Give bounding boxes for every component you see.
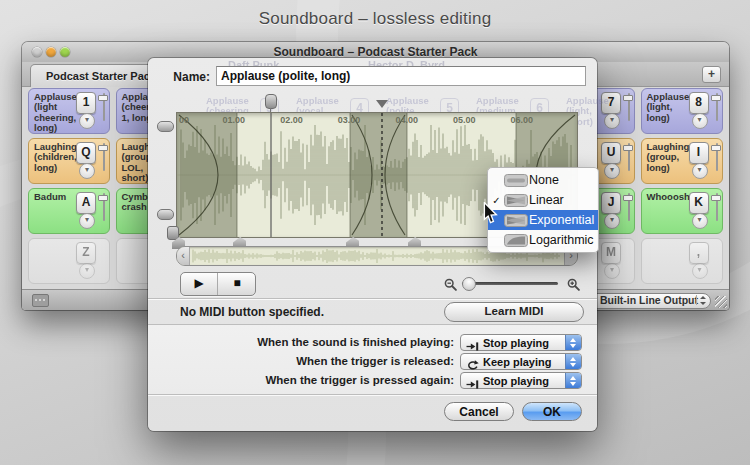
desktop: Soundboard – lossless editing Soundboard… bbox=[0, 0, 750, 465]
behavior-option-label: When the sound is finished playing: bbox=[148, 336, 454, 348]
name-input[interactable] bbox=[216, 66, 586, 86]
pad-menu-button[interactable]: ▾ bbox=[604, 213, 620, 229]
key-cap: U bbox=[601, 142, 621, 164]
sound-pad[interactable]: Z▾ bbox=[28, 238, 110, 284]
key-cap: I bbox=[689, 142, 709, 164]
pad-volume-thumb[interactable] bbox=[98, 95, 108, 101]
key-cap: Q bbox=[76, 142, 96, 164]
sound-pad[interactable]: Applause (light cheering, long)1▾ bbox=[28, 88, 110, 134]
output-device-popup[interactable]: Built-in Line Output bbox=[587, 293, 711, 309]
pad-volume-thumb[interactable] bbox=[711, 195, 721, 201]
zoom-slider-knob[interactable] bbox=[462, 277, 476, 291]
key-cap: Z bbox=[76, 242, 96, 264]
play-button[interactable]: ▶ bbox=[181, 273, 218, 295]
behavior-option-row: When the trigger is released:Keep playin… bbox=[148, 353, 597, 370]
fade-none-icon bbox=[503, 174, 529, 187]
pad-volume-thumb[interactable] bbox=[98, 195, 108, 201]
fade-type-menu: None✓LinearExponentialLogarithmic bbox=[487, 167, 599, 253]
pad-volume-thumb[interactable] bbox=[711, 95, 721, 101]
resize-grip[interactable] bbox=[715, 296, 727, 308]
menu-item-logarithmic[interactable]: Logarithmic bbox=[488, 230, 598, 250]
popup-stepper-icon bbox=[696, 295, 708, 305]
behavior-option-row: When the trigger is pressed again:Stop p… bbox=[148, 372, 597, 389]
pad-menu-button[interactable]: ▾ bbox=[79, 213, 95, 229]
key-cap: , bbox=[689, 242, 709, 264]
learn-midi-button[interactable]: Learn MIDI bbox=[444, 302, 584, 322]
pad-menu-button[interactable]: ▾ bbox=[604, 113, 620, 129]
sound-pad[interactable]: Laughing (children, long)Q▾ bbox=[28, 138, 110, 184]
midi-indicator-icon bbox=[32, 294, 49, 307]
name-row: Name: bbox=[148, 66, 597, 88]
crossfade-marker-handle[interactable] bbox=[376, 100, 388, 108]
menu-item-label: Linear bbox=[529, 193, 564, 207]
timeline-tick: 06.00 bbox=[511, 115, 534, 125]
zoom-control bbox=[444, 276, 580, 292]
pad-menu-button[interactable]: ▾ bbox=[604, 163, 620, 179]
stop-button[interactable]: ■ bbox=[219, 273, 255, 295]
fade-level-handle-bottom[interactable] bbox=[157, 209, 174, 220]
pad-menu-button[interactable]: ▾ bbox=[692, 163, 708, 179]
key-cap: K bbox=[689, 192, 709, 214]
zoom-slider-track[interactable] bbox=[462, 282, 558, 285]
fade-in-handle[interactable] bbox=[167, 226, 179, 240]
sound-pad[interactable]: Applause (light, long)8▾ bbox=[641, 88, 723, 134]
cancel-button[interactable]: Cancel bbox=[444, 402, 514, 421]
popup-stepper-icon bbox=[565, 373, 581, 388]
output-device-label: Built-in Line Output bbox=[600, 294, 698, 306]
timeline-tick: 04.00 bbox=[395, 115, 418, 125]
sound-pad[interactable]: Laughing (group, long)I▾ bbox=[641, 138, 723, 184]
menu-item-label: Exponential bbox=[529, 213, 594, 227]
pad-menu-button[interactable]: ▾ bbox=[692, 113, 708, 129]
divider bbox=[148, 298, 597, 299]
sound-pad[interactable]: ,▾ bbox=[641, 238, 723, 284]
sound-pad[interactable]: WhoooshK▾ bbox=[641, 188, 723, 234]
midi-status-text: No MIDI button specified. bbox=[180, 305, 324, 319]
behavior-option-label: When the trigger is pressed again: bbox=[148, 374, 454, 386]
timeline-tick: 05.00 bbox=[453, 115, 476, 125]
behavior-popup[interactable]: Keep playing bbox=[460, 353, 582, 370]
pad-volume-thumb[interactable] bbox=[711, 145, 721, 151]
fade-logarithmic-icon bbox=[503, 234, 529, 247]
key-cap: M bbox=[601, 242, 621, 264]
zoom-out-icon[interactable] bbox=[444, 277, 457, 295]
pad-menu-button[interactable]: ▾ bbox=[79, 163, 95, 179]
pad-volume-thumb[interactable] bbox=[623, 145, 633, 151]
pad-menu-button[interactable]: ▾ bbox=[692, 263, 708, 279]
zoom-in-icon[interactable] bbox=[567, 277, 580, 295]
menu-item-label: None bbox=[529, 173, 559, 187]
transport-control: ▶ ■ bbox=[180, 272, 256, 296]
behavior-popup[interactable]: Stop playing bbox=[460, 334, 582, 351]
pad-menu-button[interactable]: ▾ bbox=[79, 113, 95, 129]
menu-item-linear[interactable]: ✓Linear bbox=[488, 190, 598, 210]
pad-menu-button[interactable]: ▾ bbox=[604, 263, 620, 279]
key-cap: J bbox=[601, 192, 621, 214]
key-cap: 7 bbox=[601, 92, 621, 114]
fade-level-handle-top[interactable] bbox=[157, 121, 174, 132]
key-cap: 8 bbox=[689, 92, 709, 114]
pad-volume-thumb[interactable] bbox=[623, 195, 633, 201]
behavior-options: When the sound is finished playing:Stop … bbox=[148, 325, 597, 394]
menu-item-none[interactable]: None bbox=[488, 170, 598, 190]
menu-item-label: Logarithmic bbox=[529, 233, 594, 247]
fade-exponential-icon bbox=[503, 214, 529, 227]
playhead-marker-handle[interactable] bbox=[265, 94, 277, 109]
mouse-cursor bbox=[483, 202, 498, 228]
pad-menu-button[interactable]: ▾ bbox=[79, 263, 95, 279]
behavior-popup[interactable]: Stop playing bbox=[460, 372, 582, 389]
timeline-tick: 00 bbox=[179, 115, 189, 125]
menu-item-exponential[interactable]: Exponential bbox=[488, 210, 598, 230]
timeline-tick: 02.00 bbox=[280, 115, 303, 125]
key-cap: 1 bbox=[76, 92, 96, 114]
window-title: Soundboard – Podcast Starter Pack bbox=[22, 45, 729, 59]
sound-pad[interactable]: BadumA▾ bbox=[28, 188, 110, 234]
add-tab-button[interactable]: + bbox=[702, 66, 721, 83]
ok-button[interactable]: OK bbox=[522, 402, 582, 421]
behavior-popup-value: Keep playing bbox=[483, 356, 551, 368]
timeline-tick: 01.00 bbox=[223, 115, 246, 125]
pad-volume-thumb[interactable] bbox=[623, 95, 633, 101]
key-cap: A bbox=[76, 192, 96, 214]
pad-menu-button[interactable]: ▾ bbox=[692, 213, 708, 229]
pad-volume-thumb[interactable] bbox=[98, 145, 108, 151]
page-title: Soundboard – lossless editing bbox=[0, 9, 750, 29]
timeline-tick: 03.00 bbox=[338, 115, 361, 125]
